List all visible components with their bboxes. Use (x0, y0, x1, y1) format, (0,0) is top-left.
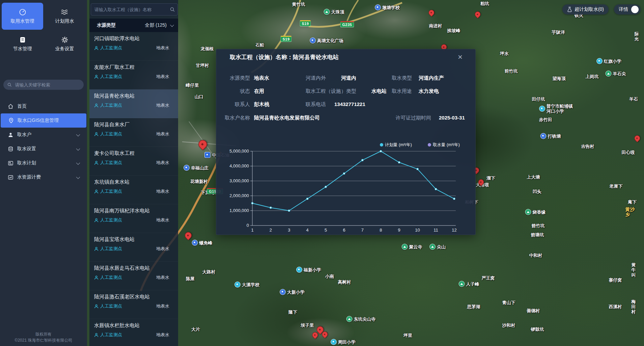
map-label: 黄牛叫 (632, 262, 640, 277)
facility-name: 东坑镇自来水站 (94, 178, 173, 186)
facility-list-item[interactable]: 水唇镇水栏肚水电站 人工监测点 地表水 (89, 319, 178, 346)
map-label-text: 烧香缘 (533, 210, 546, 215)
map-label: 箭塘坑 (531, 232, 544, 237)
map-label: 青山下 (502, 300, 515, 305)
monitor-type: 人工监测点 (94, 45, 122, 51)
map-label-text: 福新小学 (304, 267, 321, 272)
sidebar-item-water-users[interactable]: 取水户 (0, 128, 87, 142)
map-label: 西溪村 (609, 304, 622, 309)
map-label: 隆下 (288, 310, 297, 315)
map-label-text: 高塘文化广场 (317, 38, 343, 43)
map-label: 上大塘 (527, 175, 540, 180)
copyright-footer: 版权所有 ©2021 珠海市仁智科技有限公司 (0, 331, 87, 343)
poi-peak-icon (402, 244, 408, 250)
facility-list-item[interactable]: 东坑镇自来水站 人工监测点 地表水 (89, 176, 178, 204)
svg-text:3,000,000: 3,000,000 (229, 178, 249, 183)
facility-list-item[interactable]: 陆河县宝塔水电站 人工监测点 地表水 (89, 233, 178, 262)
sidebar-item-intake-settings[interactable]: 取水设置 (0, 142, 87, 156)
facility-list-item[interactable]: 陆河县自来水厂 人工监测点 地表水 (89, 118, 178, 147)
person-icon (94, 103, 99, 108)
map-label: 望海顶 (553, 76, 566, 81)
facility-list-item[interactable]: 麦卡公司取水工程 人工监测点 地表水 (89, 147, 178, 176)
sidebar: 取用水管理 计划用水 节水管理 (0, 0, 87, 346)
map-label: 善德村 (527, 308, 540, 313)
svg-text:0: 0 (247, 223, 249, 228)
sidebar-item-intake-plan[interactable]: 取水计划 (0, 156, 87, 170)
map-label: 天珠顶 (324, 9, 344, 15)
toggle-knob[interactable] (631, 6, 639, 13)
facility-list-item[interactable]: 友能水厂取水工程 人工监测点 地表水 (89, 61, 178, 89)
chevron-down-icon (170, 23, 174, 27)
module-label: 业务设置 (55, 46, 74, 52)
facility-list-item[interactable]: 陆河县水唇走马石水电站 人工监测点 地表水 (89, 262, 178, 290)
water-source-type: 地表水 (156, 74, 169, 80)
map-label: 思茅湖 (467, 304, 480, 309)
map-label: 周田小学 (331, 339, 356, 345)
map-label-text: 凹头 (533, 189, 541, 194)
person-icon (94, 46, 99, 50)
facility-list-item[interactable]: 陆河县激石溪老区水电站 人工监测点 地表水 (89, 290, 178, 319)
sidebar-item-label: 取水口GIS信息管理 (18, 117, 59, 124)
map-label: 嶂仔里 (186, 83, 199, 88)
water-source-type: 地表水 (156, 160, 169, 166)
poi-school-icon (192, 240, 198, 246)
map-label: 沙和村 (502, 323, 515, 328)
map-label: 螺角峰 (192, 240, 213, 246)
person-icon (94, 75, 99, 79)
facility-search-input[interactable] (94, 7, 170, 12)
poi-school-icon (540, 133, 547, 139)
field-value: 地表水 (254, 75, 269, 81)
map-label: 大新小学 (280, 289, 305, 295)
source-type-filter[interactable]: 水源类型 全部 (125) (89, 19, 178, 32)
monitor-type: 人工监测点 (94, 217, 122, 223)
map-label-text: 羊石尖 (613, 71, 626, 76)
map-label: 高塘文化广场 (310, 37, 343, 44)
field-label: 取水工程（设施）类型 (306, 88, 356, 95)
close-icon[interactable]: × (458, 53, 463, 61)
facility-name: 陆河县激石溪老区水电站 (94, 293, 173, 300)
facility-list-item[interactable]: 河口镇唱歌潭水电站 人工监测点 地表水 (89, 32, 178, 61)
map-label: 花塘新村 (190, 179, 208, 184)
sidebar-search-input[interactable] (14, 82, 80, 88)
module-planned-water[interactable]: 计划用水 (44, 3, 85, 30)
map-label-text: 吉告村 (581, 144, 594, 149)
poi-school-icon (596, 58, 603, 64)
map-label: 中和村 (529, 253, 542, 258)
map-label: 南进村 (429, 23, 442, 28)
sidebar-item-label: 取水设置 (17, 146, 36, 152)
over-plan-button[interactable]: 超计划取水(0) (562, 4, 609, 15)
map-label-text: 老屋下 (610, 184, 623, 189)
map-label: 石船 (255, 43, 264, 48)
pin-icon (9, 118, 13, 123)
map-label: 大片 (191, 327, 200, 332)
plan-icon (8, 161, 13, 165)
monitor-type: 人工监测点 (94, 332, 122, 338)
module-business-settings[interactable]: 业务设置 (44, 30, 85, 57)
map-label: 赤竹田 (539, 117, 552, 122)
map-label: 高树村 (338, 280, 351, 285)
map-label-text: 黄沙乡 (625, 207, 638, 217)
module-water-saving[interactable]: 节水管理 (2, 30, 43, 57)
sidebar-item-gis-management[interactable]: 取水口GIS信息管理 (1, 113, 86, 128)
facility-search[interactable] (91, 3, 178, 16)
monitor-type: 人工监测点 (94, 188, 122, 194)
field-value: 水力发电 (419, 88, 439, 95)
svg-text:3: 3 (288, 228, 290, 233)
map-label-text: 山口 (195, 94, 203, 99)
map-label-text: 打铁塘 (548, 134, 561, 139)
map-label: 尖山 (429, 244, 446, 250)
sidebar-item-billing[interactable]: 水资源计费 (0, 170, 87, 184)
map-label-text: 溜下 (486, 176, 495, 181)
sidebar-search[interactable] (3, 80, 84, 90)
water-source-type: 地表水 (156, 332, 169, 338)
facility-list-item[interactable]: 陆河县南万镇杞洋水电站 人工监测点 地表水 (89, 204, 178, 233)
field-value: 13432771221 (334, 101, 365, 107)
sidebar-item-home[interactable]: 首页 (0, 99, 87, 113)
filter-label: 水源类型 (97, 22, 116, 28)
poi-peak-icon (324, 9, 330, 15)
module-water-intake[interactable]: 取用水管理 (2, 3, 43, 30)
detail-toggle[interactable]: 详情 (614, 4, 641, 15)
poi-peak-icon (429, 244, 436, 250)
map-label: 甘坪村 (196, 63, 209, 68)
facility-list-item[interactable]: 陆河县青砼水电站 人工监测点 地表水 (89, 89, 178, 118)
